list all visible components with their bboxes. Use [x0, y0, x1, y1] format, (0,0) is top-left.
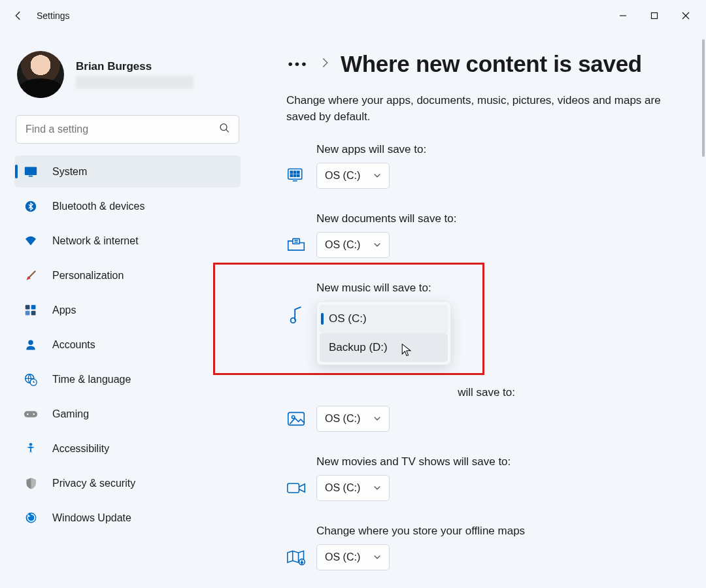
picture-icon [286, 409, 306, 429]
svg-point-20 [29, 443, 33, 446]
dropdown-value: OS (C:) [325, 482, 360, 494]
svg-rect-17 [24, 411, 37, 417]
sidebar-item-label: Personalization [52, 270, 124, 282]
svg-rect-6 [25, 167, 37, 175]
svg-point-14 [28, 340, 33, 345]
sidebar-item-time-language[interactable]: Time & language [14, 363, 241, 395]
dropdown-value: OS (C:) [325, 551, 360, 563]
setting-music: New music will save to: OS (C:) Backup (… [286, 282, 675, 365]
sidebar-item-label: Network & internet [52, 235, 139, 247]
sidebar-item-personalization[interactable]: Personalization [14, 259, 241, 291]
setting-pictures: will save to: OS (C:) [286, 386, 675, 432]
sidebar-item-label: Apps [52, 304, 76, 316]
maximize-icon [650, 12, 658, 20]
user-email-redacted [76, 76, 193, 89]
breadcrumb: ••• Where new content is saved [286, 51, 675, 77]
music-note-icon [286, 305, 306, 325]
maximize-button[interactable] [639, 5, 669, 26]
sidebar-item-accounts[interactable]: Accounts [14, 329, 241, 361]
globe-clock-icon [24, 372, 38, 387]
chevron-down-icon [373, 240, 381, 250]
minimize-button[interactable] [608, 5, 638, 26]
setting-label: New movies and TV shows will save to: [316, 455, 675, 468]
dropdown-value: OS (C:) [325, 239, 360, 251]
settings-list: New apps will save to: OS (C:) New docum… [286, 143, 675, 570]
wifi-icon [24, 234, 38, 248]
minimize-icon [619, 12, 627, 20]
svg-point-4 [220, 124, 227, 131]
setting-maps: Change where you store your offline maps… [286, 525, 675, 570]
svg-rect-10 [25, 304, 30, 309]
chevron-down-icon [373, 553, 381, 563]
sidebar-item-accessibility[interactable]: Accessibility [14, 433, 241, 465]
folder-document-icon [286, 235, 306, 255]
arrow-left-icon [12, 10, 24, 22]
sidebar-item-label: Privacy & security [52, 478, 135, 489]
avatar [17, 51, 64, 98]
chevron-down-icon [373, 414, 381, 424]
apps-location-dropdown[interactable]: OS (C:) [316, 163, 390, 189]
sidebar-item-system[interactable]: System [14, 155, 241, 188]
dropdown-option-label: OS (C:) [329, 312, 367, 325]
close-button[interactable] [671, 5, 701, 26]
svg-point-18 [27, 413, 28, 414]
person-icon [24, 338, 38, 352]
update-icon [24, 511, 38, 525]
scrollbar-thumb[interactable] [702, 39, 705, 157]
apps-grid-icon [286, 166, 306, 186]
back-button[interactable] [5, 3, 31, 29]
nav-list: System Bluetooth & devices Network & int… [14, 155, 241, 534]
svg-rect-7 [29, 175, 33, 176]
sidebar-item-label: Windows Update [52, 512, 131, 524]
search-input[interactable] [16, 115, 239, 144]
svg-line-5 [226, 129, 229, 132]
sidebar-item-privacy[interactable]: Privacy & security [14, 467, 241, 499]
window-title: Settings [37, 10, 70, 21]
setting-label: New music will save to: [316, 282, 675, 295]
sidebar-item-apps[interactable]: Apps [14, 294, 241, 326]
svg-rect-25 [294, 171, 296, 173]
sidebar-item-network[interactable]: Network & internet [14, 225, 241, 257]
apps-icon [24, 303, 38, 318]
maps-location-dropdown[interactable]: OS (C:) [316, 544, 390, 570]
setting-documents: New documents will save to: OS (C:) [286, 212, 675, 258]
dropdown-value: OS (C:) [325, 413, 360, 425]
sidebar-item-bluetooth[interactable]: Bluetooth & devices [14, 190, 241, 222]
svg-point-35 [292, 416, 294, 418]
documents-location-dropdown[interactable]: OS (C:) [316, 232, 390, 258]
chevron-down-icon [373, 171, 381, 181]
sidebar-item-windows-update[interactable]: Windows Update [14, 502, 241, 534]
setting-label: New apps will save to: [316, 143, 675, 156]
sidebar-item-gaming[interactable]: Gaming [14, 398, 241, 430]
music-location-dropdown-open: OS (C:) Backup (D:) [316, 301, 451, 365]
setting-label: Change where you store your offline maps [316, 525, 675, 538]
search-icon [219, 123, 230, 137]
svg-rect-30 [293, 239, 300, 244]
pictures-location-dropdown[interactable]: OS (C:) [316, 406, 390, 432]
movies-location-dropdown[interactable]: OS (C:) [316, 475, 390, 501]
bluetooth-icon [24, 199, 38, 214]
svg-rect-24 [290, 171, 292, 173]
sidebar-item-label: System [52, 166, 87, 178]
svg-rect-27 [290, 175, 292, 177]
setting-apps: New apps will save to: OS (C:) [286, 143, 675, 189]
sidebar-item-label: Time & language [52, 374, 131, 385]
svg-rect-1 [652, 13, 658, 19]
svg-line-9 [29, 271, 35, 277]
chevron-right-icon [322, 57, 329, 71]
dropdown-option-os-c[interactable]: OS (C:) [320, 304, 448, 333]
user-profile[interactable]: Brian Burgess [14, 44, 241, 111]
window-controls [608, 5, 701, 26]
dropdown-option-backup-d[interactable]: Backup (D:) [320, 333, 448, 362]
video-camera-icon [286, 478, 306, 498]
breadcrumb-ellipsis-button[interactable]: ••• [286, 52, 310, 76]
setting-label: New documents will save to: [316, 212, 675, 225]
map-download-icon [286, 547, 306, 567]
scrollbar[interactable] [702, 39, 705, 583]
shield-icon [24, 476, 38, 491]
svg-rect-22 [288, 169, 302, 180]
search-box [16, 115, 239, 144]
svg-rect-12 [25, 310, 30, 315]
page-subtitle: Change where your apps, documents, music… [286, 93, 675, 125]
svg-rect-13 [31, 310, 36, 315]
